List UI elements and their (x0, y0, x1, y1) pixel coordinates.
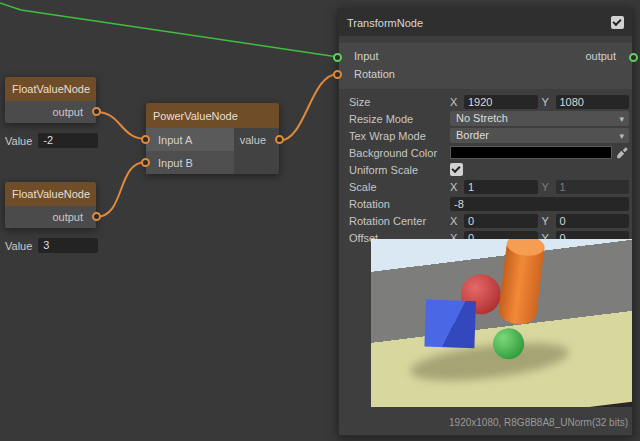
orange-cylinder-cap (506, 239, 546, 257)
input-b-label: Input B (158, 157, 193, 169)
rotation-port-label: Rotation (354, 68, 395, 80)
rotation-row: Rotation -8 (339, 195, 632, 212)
rotation-input[interactable]: -8 (450, 197, 629, 211)
size-y-input[interactable]: 1080 (556, 95, 630, 109)
background-color-row: Background Color (339, 144, 632, 161)
transform-node-header[interactable]: TransformNode (339, 9, 632, 36)
resize-mode-row: Resize Mode No Stretch (339, 110, 632, 127)
value-output-label: value (240, 134, 266, 146)
tex-wrap-mode-dropdown[interactable]: Border (450, 128, 629, 143)
input-port[interactable] (333, 53, 342, 62)
float-value-node-1[interactable]: FloatValueNode output (5, 77, 96, 123)
size-x-input[interactable]: 1920 (464, 95, 538, 109)
input-a-row[interactable]: Input A (146, 128, 234, 151)
background-color-swatch[interactable] (450, 146, 612, 159)
power-value-node-header[interactable]: PowerValueNode (146, 103, 279, 128)
input-a-port[interactable] (141, 135, 150, 144)
node-title: FloatValueNode (12, 83, 90, 95)
property-list: Size X 1920 Y 1080 Resize Mode No Stretc… (339, 93, 632, 246)
y-axis-label: Y (542, 215, 552, 227)
float-value-node-1-header[interactable]: FloatValueNode (5, 77, 96, 101)
input-b-row[interactable]: Input B (146, 151, 234, 174)
power-value-node[interactable]: PowerValueNode Input A Input B value (146, 103, 279, 174)
value-label: Value (5, 240, 32, 252)
value-input[interactable]: -2 (38, 133, 98, 148)
preview-format-caption: 1920x1080, R8G8B8A8_UNorm(32 bits) (449, 417, 628, 428)
float-value-node-2-value-row: Value 3 (5, 238, 98, 253)
x-axis-label: X (450, 215, 460, 227)
x-axis-label: X (450, 96, 460, 108)
float-value-node-1-body: output (5, 101, 96, 123)
wire-float2-to-inputB[interactable] (96, 162, 146, 217)
resize-mode-label: Resize Mode (349, 113, 450, 125)
texture-preview (371, 239, 632, 407)
input-b-port[interactable] (141, 158, 150, 167)
input-port-label: Input (354, 50, 378, 62)
node-enabled-checkbox-checked-icon[interactable] (611, 16, 624, 29)
input-rows: Input A Input B (146, 128, 234, 174)
rotation-label: Rotation (349, 198, 450, 210)
wire-float1-to-inputA[interactable] (96, 112, 146, 139)
size-label: Size (349, 96, 450, 108)
float-value-node-2-body: output (5, 206, 96, 228)
output-port-label: output (585, 50, 616, 62)
wire-green-to-input[interactable] (0, 1, 338, 57)
scale-x-input[interactable]: 1 (464, 180, 538, 194)
resize-mode-dropdown[interactable]: No Stretch (450, 111, 629, 126)
rotation-port[interactable] (333, 70, 342, 79)
tex-wrap-mode-label: Tex Wrap Mode (349, 130, 450, 142)
wire-power-to-rotation[interactable] (279, 74, 338, 141)
value-input[interactable]: 3 (38, 238, 98, 253)
value-output-row: value (240, 128, 266, 151)
x-axis-label: X (450, 181, 460, 193)
rotation-center-y-input[interactable]: 0 (556, 214, 630, 228)
size-row: Size X 1920 Y 1080 (339, 93, 632, 110)
node-title: TransformNode (347, 17, 611, 29)
port-band: Input Rotation output (339, 43, 632, 89)
value-output-port[interactable] (275, 135, 284, 144)
rotation-center-row: Rotation Center X 0 Y 0 (339, 212, 632, 229)
preview-rendered-texture (371, 239, 632, 407)
output-port-label: output (52, 211, 83, 223)
float-value-node-2-header[interactable]: FloatValueNode (5, 182, 96, 206)
float-value-node-2[interactable]: FloatValueNode output (5, 182, 96, 228)
output-port[interactable] (629, 53, 638, 62)
orange-cylinder (497, 239, 545, 326)
background-color-label: Background Color (349, 147, 450, 159)
output-port[interactable] (92, 107, 101, 116)
input-a-label: Input A (158, 134, 192, 146)
uniform-scale-checkbox-checked-icon[interactable] (450, 163, 463, 176)
scale-y-input-disabled: 1 (556, 180, 630, 194)
power-value-node-body: Input A Input B value (146, 128, 279, 174)
uniform-scale-label: Uniform Scale (349, 164, 450, 176)
rotation-center-x-input[interactable]: 0 (464, 214, 538, 228)
y-axis-label: Y (542, 96, 552, 108)
rotation-center-label: Rotation Center (349, 215, 450, 227)
y-axis-label: Y (542, 181, 552, 193)
transform-node[interactable]: TransformNode Input Rotation output Size… (338, 8, 633, 436)
tex-wrap-mode-row: Tex Wrap Mode Border (339, 127, 632, 144)
value-label: Value (5, 135, 32, 147)
scale-row: Scale X 1 Y 1 (339, 178, 632, 195)
uniform-scale-row: Uniform Scale (339, 161, 632, 178)
node-title: FloatValueNode (12, 188, 90, 200)
output-port-label: output (52, 106, 83, 118)
output-port[interactable] (92, 212, 101, 221)
eyedropper-icon[interactable] (616, 146, 629, 159)
scale-label: Scale (349, 181, 450, 193)
node-title: PowerValueNode (153, 110, 238, 122)
float-value-node-1-value-row: Value -2 (5, 133, 98, 148)
blue-cube (424, 299, 476, 348)
